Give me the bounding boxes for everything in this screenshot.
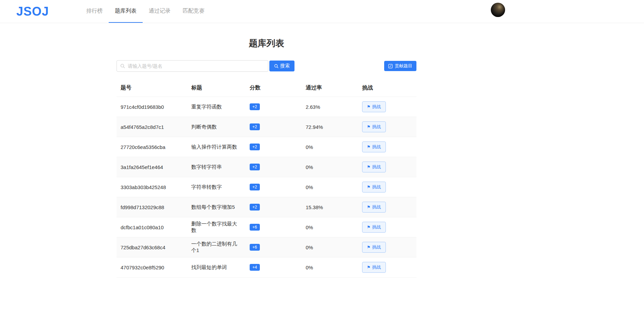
main-content: 题库列表 搜索 贡献题目 题号 xyxy=(117,37,416,278)
pass-rate: 0% xyxy=(302,157,358,177)
col-header-title: 标题 xyxy=(187,79,246,97)
table-row: fd998d7132029c88 数组每个数字增加5 +2 15.38% ⚑ 挑… xyxy=(117,197,416,217)
problem-id: 3303ab303b425248 xyxy=(117,177,187,197)
problem-title: 找到最短的单词 xyxy=(187,257,246,278)
problem-table-body: 971c4cf0d19683b0 重复字符函数 +2 2.63% ⚑ 挑战 a5… xyxy=(117,97,416,278)
table-header-row: 题号 标题 分数 通过率 挑战 xyxy=(117,79,416,97)
challenge-button-label: 挑战 xyxy=(372,164,381,170)
table-row: 725dba27d63c68c4 一个数的二进制有几个1 +6 0% ⚑ 挑战 xyxy=(117,237,416,257)
pass-rate: 0% xyxy=(302,237,358,257)
problem-id: 725dba27d63c68c4 xyxy=(117,237,187,257)
pass-rate: 72.94% xyxy=(302,117,358,137)
contribute-edit-icon xyxy=(388,64,393,68)
challenge-button-label: 挑战 xyxy=(372,264,381,270)
flag-icon: ⚑ xyxy=(367,245,371,249)
problem-id: 4707932c0e8f5290 xyxy=(117,257,187,278)
table-row: 3303ab303b425248 字符串转数字 +2 0% ⚑ 挑战 xyxy=(117,177,416,197)
challenge-button-label: 挑战 xyxy=(372,184,381,190)
score-badge: +2 xyxy=(250,164,260,170)
pass-rate: 0% xyxy=(302,137,358,157)
flag-icon: ⚑ xyxy=(367,105,371,109)
search-button-icon xyxy=(274,64,279,68)
challenge-button-label: 挑战 xyxy=(372,124,381,130)
pass-rate: 0% xyxy=(302,257,358,278)
challenge-button[interactable]: ⚑ 挑战 xyxy=(362,202,386,213)
challenge-button[interactable]: ⚑ 挑战 xyxy=(362,262,386,273)
score-badge: +2 xyxy=(250,144,260,150)
pass-rate: 2.63% xyxy=(302,97,358,117)
problem-title: 数组每个数字增加5 xyxy=(187,197,246,217)
app-logo[interactable]: JSOJ xyxy=(16,4,49,19)
contribute-button[interactable]: 贡献题目 xyxy=(384,61,416,71)
challenge-button-label: 挑战 xyxy=(372,224,381,230)
main-nav: 排行榜 题库列表 通过记录 匹配竞赛 xyxy=(80,0,211,23)
problem-table: 题号 标题 分数 通过率 挑战 971c4cf0d19683b0 重复字符函数 … xyxy=(117,79,416,278)
challenge-button-label: 挑战 xyxy=(372,204,381,210)
challenge-button[interactable]: ⚑ 挑战 xyxy=(362,222,386,233)
pass-rate: 0% xyxy=(302,217,358,237)
flag-icon: ⚑ xyxy=(367,125,371,129)
score-badge: +2 xyxy=(250,103,260,110)
nav-item-problem-list[interactable]: 题库列表 xyxy=(109,0,143,23)
search-icon xyxy=(120,64,125,68)
flag-icon: ⚑ xyxy=(367,205,371,209)
table-row: 3a1fa2645ef1e464 数字转字符串 +2 0% ⚑ 挑战 xyxy=(117,157,416,177)
problem-title: 数字转字符串 xyxy=(187,157,246,177)
problem-id: fd998d7132029c88 xyxy=(117,197,187,217)
search-button[interactable]: 搜索 xyxy=(269,61,294,71)
nav-item-match-contest[interactable]: 匹配竞赛 xyxy=(177,0,211,23)
problem-id: 3a1fa2645ef1e464 xyxy=(117,157,187,177)
challenge-button[interactable]: ⚑ 挑战 xyxy=(362,182,386,192)
challenge-button-label: 挑战 xyxy=(372,104,381,110)
problem-title: 字符串转数字 xyxy=(187,177,246,197)
toolbar: 搜索 贡献题目 xyxy=(117,60,416,72)
col-header-score: 分数 xyxy=(246,79,302,97)
table-row: 4707932c0e8f5290 找到最短的单词 +4 0% ⚑ 挑战 xyxy=(117,257,416,278)
flag-icon: ⚑ xyxy=(367,185,371,189)
problem-id: 971c4cf0d19683b0 xyxy=(117,97,187,117)
flag-icon: ⚑ xyxy=(367,145,371,149)
problem-title: 删除一个数字找最大数 xyxy=(187,217,246,237)
challenge-button[interactable]: ⚑ 挑战 xyxy=(362,101,386,112)
pass-rate: 15.38% xyxy=(302,197,358,217)
flag-icon: ⚑ xyxy=(367,265,371,269)
score-badge: +2 xyxy=(250,123,260,130)
challenge-button-label: 挑战 xyxy=(372,144,381,150)
challenge-button-label: 挑战 xyxy=(372,244,381,250)
table-row: 27720c6ea5356cba 输入操作符计算两数 +2 0% ⚑ 挑战 xyxy=(117,137,416,157)
problem-id: a54f4765a2c8d7c1 xyxy=(117,117,187,137)
problem-title: 判断奇偶数 xyxy=(187,117,246,137)
page-title: 题库列表 xyxy=(117,37,416,49)
app-header: JSOJ 排行榜 题库列表 通过记录 匹配竞赛 xyxy=(0,0,644,23)
problem-title: 重复字符函数 xyxy=(187,97,246,117)
contribute-button-label: 贡献题目 xyxy=(395,63,412,69)
search-input[interactable] xyxy=(128,63,265,69)
score-badge: +2 xyxy=(250,204,260,211)
search-box xyxy=(117,60,268,72)
challenge-button[interactable]: ⚑ 挑战 xyxy=(362,121,386,132)
table-row: dcfbc1a01c080a10 删除一个数字找最大数 +6 0% ⚑ 挑战 xyxy=(117,217,416,237)
score-badge: +2 xyxy=(250,184,260,190)
challenge-button[interactable]: ⚑ 挑战 xyxy=(362,242,386,253)
col-header-challenge: 挑战 xyxy=(358,79,416,97)
table-row: a54f4765a2c8d7c1 判断奇偶数 +2 72.94% ⚑ 挑战 xyxy=(117,117,416,137)
score-badge: +6 xyxy=(250,224,260,231)
flag-icon: ⚑ xyxy=(367,165,371,169)
pass-rate: 0% xyxy=(302,177,358,197)
table-row: 971c4cf0d19683b0 重复字符函数 +2 2.63% ⚑ 挑战 xyxy=(117,97,416,117)
challenge-button[interactable]: ⚑ 挑战 xyxy=(362,162,386,172)
nav-item-leaderboard[interactable]: 排行榜 xyxy=(80,0,109,23)
user-avatar[interactable] xyxy=(491,3,505,17)
challenge-button[interactable]: ⚑ 挑战 xyxy=(362,141,386,152)
nav-item-pass-records[interactable]: 通过记录 xyxy=(143,0,177,23)
col-header-pass-rate: 通过率 xyxy=(302,79,358,97)
search-button-label: 搜索 xyxy=(280,63,290,69)
col-header-id: 题号 xyxy=(117,79,187,97)
problem-title: 输入操作符计算两数 xyxy=(187,137,246,157)
problem-title: 一个数的二进制有几个1 xyxy=(187,237,246,257)
score-badge: +6 xyxy=(250,244,260,251)
flag-icon: ⚑ xyxy=(367,225,371,229)
problem-id: 27720c6ea5356cba xyxy=(117,137,187,157)
problem-id: dcfbc1a01c080a10 xyxy=(117,217,187,237)
score-badge: +4 xyxy=(250,264,260,271)
